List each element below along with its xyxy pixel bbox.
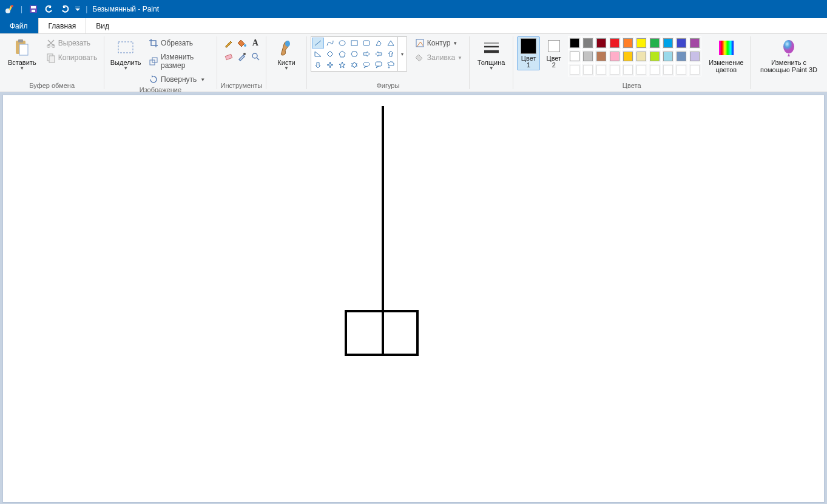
tool-fill[interactable]: [235, 36, 249, 50]
palette-empty[interactable]: [595, 63, 608, 76]
edit-colors-button[interactable]: Изменение цветов: [706, 36, 746, 75]
shape-arrow-up[interactable]: [385, 49, 396, 59]
palette-empty[interactable]: [621, 63, 635, 76]
palette-color[interactable]: [608, 50, 621, 63]
shape-arrow-down[interactable]: [312, 60, 323, 70]
palette-color[interactable]: [568, 50, 581, 63]
paste-button[interactable]: Вставить ▼: [4, 36, 41, 73]
svg-rect-18: [225, 54, 232, 59]
palette-empty[interactable]: [568, 63, 581, 76]
svg-rect-26: [363, 41, 370, 45]
tool-picker[interactable]: [235, 50, 249, 63]
palette-color[interactable]: [688, 50, 701, 63]
shape-star4[interactable]: [325, 60, 336, 70]
shape-callout-cloud[interactable]: [385, 60, 396, 70]
select-button[interactable]: Выделить ▼: [108, 36, 143, 73]
palette-empty[interactable]: [675, 63, 688, 76]
palette-color[interactable]: [648, 50, 661, 63]
palette-empty[interactable]: [688, 63, 701, 76]
group-label-colors: Цвета: [623, 82, 641, 90]
shape-arrow-left[interactable]: [373, 49, 384, 59]
palette-color[interactable]: [648, 36, 661, 50]
shape-callout-round[interactable]: [361, 60, 372, 70]
palette-color[interactable]: [595, 36, 608, 50]
shape-fill-button[interactable]: Заливка ▼: [412, 51, 465, 64]
shape-oval[interactable]: [337, 38, 348, 48]
shape-arrow-right[interactable]: [361, 49, 372, 59]
svg-rect-5: [32, 10, 35, 12]
ribbon: Вставить ▼ Вырезать Копировать Буфер обм…: [0, 34, 827, 92]
cut-button[interactable]: Вырезать: [43, 36, 101, 50]
palette-empty[interactable]: [635, 63, 648, 76]
palette-color[interactable]: [675, 50, 688, 63]
svg-point-24: [339, 41, 345, 45]
svg-point-17: [244, 44, 246, 47]
group-label-shapes: Фигуры: [376, 82, 399, 90]
palette-color[interactable]: [635, 36, 648, 50]
palette-color[interactable]: [688, 36, 701, 50]
tab-view[interactable]: Вид: [86, 18, 120, 33]
shape-curve[interactable]: [325, 38, 336, 48]
rotate-button[interactable]: Повернуть ▼: [146, 73, 213, 86]
qat-customize-button[interactable]: [73, 2, 82, 16]
tool-eraser[interactable]: [222, 50, 235, 63]
shape-hexagon[interactable]: [349, 49, 360, 59]
color2-swatch: [548, 40, 560, 52]
group-brushes: Кисти ▼: [266, 34, 306, 92]
palette-color[interactable]: [595, 50, 608, 63]
save-button[interactable]: [26, 2, 41, 16]
shape-diamond[interactable]: [325, 49, 336, 59]
palette-empty[interactable]: [648, 63, 661, 76]
paint3d-button[interactable]: Изменить спомощью Paint 3D: [754, 36, 823, 75]
stroke-size-button[interactable]: Толщина ▼: [473, 36, 510, 73]
shape-triangle[interactable]: [385, 38, 396, 48]
palette-empty[interactable]: [608, 63, 621, 76]
shapes-gallery[interactable]: [311, 36, 398, 72]
resize-button[interactable]: Изменить размер: [146, 51, 213, 72]
app-icon[interactable]: [2, 2, 17, 16]
undo-button[interactable]: [42, 2, 56, 16]
palette-color[interactable]: [661, 36, 675, 50]
palette-color[interactable]: [568, 36, 581, 50]
title-bar: | | Безымянный - Paint: [0, 0, 827, 18]
ribbon-tabs: Файл Главная Вид: [0, 18, 827, 34]
group-image: Выделить ▼ Обрезать Изменить размер Пове…: [104, 34, 217, 92]
shape-outline-button[interactable]: Контур ▼: [412, 36, 465, 50]
palette-color[interactable]: [675, 36, 688, 50]
shape-star5[interactable]: [337, 60, 348, 70]
shape-roundrect[interactable]: [361, 38, 372, 48]
shape-callout-rect[interactable]: [373, 60, 384, 70]
tab-file[interactable]: Файл: [0, 18, 38, 33]
redo-button[interactable]: [58, 2, 72, 16]
palette-color[interactable]: [581, 50, 595, 63]
shape-pentagon[interactable]: [337, 49, 348, 59]
tool-text[interactable]: A: [249, 36, 262, 50]
color2-button[interactable]: Цвет 2: [542, 36, 565, 70]
shape-polygon[interactable]: [373, 38, 384, 48]
canvas[interactable]: [3, 95, 824, 502]
shape-star6[interactable]: [349, 60, 360, 70]
copy-button[interactable]: Копировать: [43, 51, 101, 64]
palette-color[interactable]: [581, 36, 595, 50]
shape-rect[interactable]: [349, 38, 360, 48]
paint3d-icon: [779, 38, 798, 58]
tool-magnifier[interactable]: [249, 50, 262, 63]
group-label-tools: Инструменты: [221, 82, 263, 90]
tool-pencil[interactable]: [222, 36, 235, 50]
palette-color[interactable]: [635, 50, 648, 63]
palette-color[interactable]: [661, 50, 675, 63]
crop-button[interactable]: Обрезать: [146, 36, 213, 50]
tab-home[interactable]: Главная: [38, 18, 87, 33]
brushes-button[interactable]: Кисти ▼: [270, 36, 303, 73]
shapes-expand-button[interactable]: ▾: [398, 36, 407, 72]
svg-rect-34: [719, 41, 734, 55]
palette-empty[interactable]: [581, 63, 595, 76]
palette-empty[interactable]: [661, 63, 675, 76]
select-icon: [116, 38, 135, 58]
palette-color[interactable]: [621, 50, 635, 63]
shape-line[interactable]: [312, 38, 323, 48]
palette-color[interactable]: [621, 36, 635, 50]
palette-color[interactable]: [608, 36, 621, 50]
shape-right-triangle[interactable]: [312, 49, 323, 59]
color1-button[interactable]: Цвет 1: [517, 36, 540, 70]
